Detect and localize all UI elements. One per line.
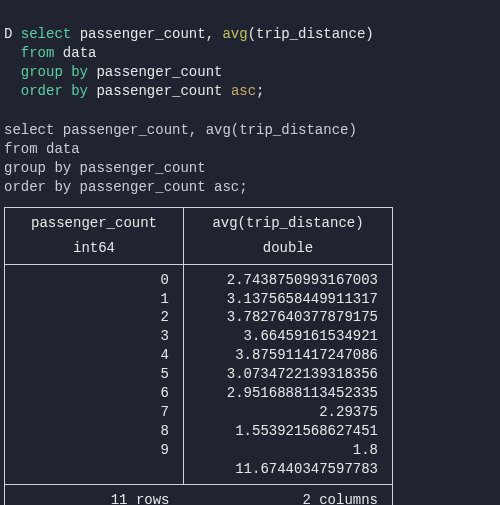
cell-c1: 6 bbox=[5, 384, 183, 403]
cell-c2: 1.553921568627451 bbox=[184, 422, 392, 441]
cell-c1: 1 bbox=[5, 290, 183, 309]
sql-echo-block: select passenger_count, avg(trip_distanc… bbox=[4, 102, 492, 196]
result-body: 02.7438750993167003 13.1375658449911317 … bbox=[5, 264, 393, 485]
kw-asc: asc bbox=[231, 83, 256, 99]
result-table-wrap: passenger_count avg(trip_distance) int64… bbox=[4, 207, 492, 505]
cell-c2: 2.7438750993167003 bbox=[184, 265, 392, 290]
prompt-char: D bbox=[4, 26, 12, 42]
result-table: passenger_count avg(trip_distance) int64… bbox=[4, 207, 393, 505]
cell-c2: 3.875911417247086 bbox=[184, 346, 392, 365]
fn-avg: avg bbox=[222, 26, 247, 42]
kw-group-by: group by bbox=[21, 64, 88, 80]
kw-from: from bbox=[21, 45, 55, 61]
cell-c1: 7 bbox=[5, 403, 183, 422]
echo-line-2: from data bbox=[4, 141, 80, 157]
col-header-1: passenger_count bbox=[5, 208, 183, 233]
cell-c1 bbox=[5, 469, 183, 475]
col-type-2: double bbox=[184, 233, 392, 264]
cell-c1: 3 bbox=[5, 327, 183, 346]
cell-c2: 11.67440347597783 bbox=[184, 460, 392, 485]
cell-c2: 2.29375 bbox=[184, 403, 392, 422]
footer-colcount: 2 columns bbox=[184, 485, 393, 505]
cell-c2: 2.9516888113452335 bbox=[184, 384, 392, 403]
cell-c2: 3.0734722139318356 bbox=[184, 365, 392, 384]
cell-c2: 3.66459161534921 bbox=[184, 327, 392, 346]
select-cols: passenger_count, bbox=[80, 26, 214, 42]
cell-c1: 4 bbox=[5, 346, 183, 365]
order-col: passenger_count bbox=[96, 83, 222, 99]
semi: ; bbox=[256, 83, 264, 99]
fn-arg: (trip_distance) bbox=[248, 26, 374, 42]
sql-input-block: D select passenger_count, avg(trip_dista… bbox=[4, 6, 492, 100]
footer-rowcount: 11 rows bbox=[5, 485, 184, 505]
terminal-output: D select passenger_count, avg(trip_dista… bbox=[0, 0, 500, 505]
cell-c1: 8 bbox=[5, 422, 183, 441]
cell-c1: 2 bbox=[5, 308, 183, 327]
kw-order-by: order by bbox=[21, 83, 88, 99]
cell-c1: 9 bbox=[5, 441, 183, 460]
from-table: data bbox=[63, 45, 97, 61]
cell-c2: 3.1375658449911317 bbox=[184, 290, 392, 309]
group-col: passenger_count bbox=[96, 64, 222, 80]
kw-select: select bbox=[21, 26, 71, 42]
cell-c1: 5 bbox=[5, 365, 183, 384]
cell-c2: 1.8 bbox=[184, 441, 392, 460]
cell-c2: 3.7827640377879175 bbox=[184, 308, 392, 327]
echo-line-1: select passenger_count, avg(trip_distanc… bbox=[4, 122, 357, 138]
echo-line-4: order by passenger_count asc; bbox=[4, 179, 248, 195]
col-type-1: int64 bbox=[5, 233, 183, 264]
echo-line-3: group by passenger_count bbox=[4, 160, 206, 176]
cell-c1: 0 bbox=[5, 265, 183, 290]
col-header-2: avg(trip_distance) bbox=[184, 208, 392, 233]
